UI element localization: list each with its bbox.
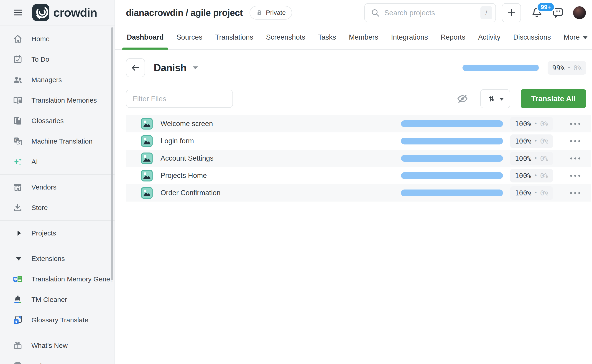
filter-files-input[interactable] xyxy=(126,90,233,108)
sidebar-item-translation-memories[interactable]: Translation Memories xyxy=(0,90,114,110)
lock-icon xyxy=(256,9,263,16)
tab-screenshots[interactable]: Screenshots xyxy=(265,26,306,49)
sidebar-item-label: Managers xyxy=(31,76,62,84)
sidebar-item-tm-cleaner[interactable]: TM Cleaner xyxy=(0,289,114,310)
managers-people-icon xyxy=(13,75,23,85)
sidebar-item-extensions[interactable]: Extensions xyxy=(0,248,114,269)
sidebar-item-managers[interactable]: Managers xyxy=(0,70,114,90)
file-list: Welcome screen 100% • 0% Login form xyxy=(126,115,591,202)
notifications-button[interactable]: 99+ xyxy=(531,7,543,19)
hide-completed-button[interactable] xyxy=(457,93,468,105)
search-box[interactable]: / xyxy=(364,3,496,22)
file-progress-bar xyxy=(401,189,503,196)
caret-down-icon xyxy=(13,254,23,264)
file-context-menu-button[interactable] xyxy=(568,172,582,180)
tab-sources[interactable]: Sources xyxy=(176,26,203,49)
page-title: dianacrowdin / agile project xyxy=(126,8,243,18)
approved-percent: 0% xyxy=(540,189,548,197)
search-input[interactable] xyxy=(384,9,476,17)
language-dropdown-caret-icon[interactable] xyxy=(193,66,198,69)
sidebar-item-machine-translation[interactable]: G Machine Translation xyxy=(0,131,114,151)
file-name[interactable]: Login form xyxy=(160,137,194,145)
file-progress-bar xyxy=(401,172,503,179)
file-name[interactable]: Welcome screen xyxy=(160,120,213,128)
sidebar-item-whats-new[interactable]: What's New xyxy=(0,335,114,356)
sidebar-item-tm-generator[interactable]: Translation Memory Gene... xyxy=(0,269,114,289)
storefront-icon xyxy=(13,182,23,192)
file-progress-bar xyxy=(401,155,503,162)
sidebar-item-projects[interactable]: Projects xyxy=(0,223,114,243)
sidebar-item-store[interactable]: Store xyxy=(0,197,114,218)
chevron-down-icon xyxy=(583,36,587,39)
privacy-badge[interactable]: Private xyxy=(250,6,292,20)
sidebar-scrollbar[interactable] xyxy=(111,27,113,280)
separator-dot: • xyxy=(534,138,537,144)
tab-tasks[interactable]: Tasks xyxy=(317,26,337,49)
arrow-left-icon xyxy=(130,63,140,73)
gift-icon xyxy=(13,341,23,351)
home-icon xyxy=(13,34,23,44)
image-file-icon xyxy=(141,135,153,147)
sidebar-item-glossary-translate[interactable]: Glossary Translate xyxy=(0,310,114,330)
sidebar-item-label: Glossary Translate xyxy=(31,316,88,324)
sidebar-item-help-support[interactable]: ? Help & Support xyxy=(0,356,114,364)
file-progress-bar xyxy=(401,138,503,144)
hamburger-menu-icon[interactable] xyxy=(13,7,23,18)
file-context-menu-button[interactable] xyxy=(568,154,582,163)
sidebar-item-label: AI xyxy=(31,158,38,166)
plus-icon xyxy=(506,8,516,18)
sidebar-item-vendors[interactable]: Vendors xyxy=(0,177,114,197)
file-context-menu-button[interactable] xyxy=(568,120,582,128)
file-progress-badge: 100% • 0% xyxy=(510,169,553,182)
file-name[interactable]: Order Confirmation xyxy=(160,189,221,197)
user-avatar[interactable] xyxy=(573,6,586,19)
file-row[interactable]: Login form 100% • 0% xyxy=(126,132,591,150)
file-context-menu-button[interactable] xyxy=(568,189,582,197)
tab-reports[interactable]: Reports xyxy=(440,26,466,49)
crowdin-logo-icon xyxy=(32,4,50,21)
approved-percent: 0% xyxy=(540,172,548,180)
sidebar-item-glossaries[interactable]: Glossaries xyxy=(0,110,114,131)
sort-caret-icon xyxy=(499,98,504,101)
file-context-menu-button[interactable] xyxy=(568,137,582,145)
sort-button[interactable] xyxy=(480,89,510,108)
tab-discussions[interactable]: Discussions xyxy=(512,26,552,49)
sidebar-item-ai[interactable]: AI xyxy=(0,151,114,172)
sidebar-item-todo[interactable]: To Do xyxy=(0,49,114,70)
ai-sparkles-icon xyxy=(13,157,23,167)
translated-percent: 100% xyxy=(515,172,531,180)
translate-all-button[interactable]: Translate All xyxy=(521,89,586,108)
download-store-icon xyxy=(13,203,23,213)
tab-members[interactable]: Members xyxy=(348,26,379,49)
file-row[interactable]: Account Settings 100% • 0% xyxy=(126,150,591,167)
tab-integrations[interactable]: Integrations xyxy=(390,26,429,49)
tab-dashboard[interactable]: Dashboard xyxy=(126,26,165,49)
file-name[interactable]: Account Settings xyxy=(160,154,213,162)
tab-more[interactable]: More xyxy=(563,26,588,49)
file-name[interactable]: Projects Home xyxy=(160,172,207,180)
open-book-icon xyxy=(13,95,23,105)
file-row[interactable]: Order Confirmation 100% • 0% xyxy=(126,184,591,202)
create-project-button[interactable] xyxy=(502,3,521,22)
tab-activity[interactable]: Activity xyxy=(477,26,501,49)
language-progress-bar xyxy=(462,65,539,71)
translated-percent: 99% xyxy=(552,64,565,72)
file-row[interactable]: Projects Home 100% • 0% xyxy=(126,167,591,184)
separator-dot: • xyxy=(534,155,537,162)
file-row[interactable]: Welcome screen 100% • 0% xyxy=(126,115,591,132)
sidebar-item-label: To Do xyxy=(31,56,49,63)
language-header-row: Danish 99% • 0% xyxy=(115,50,592,77)
tab-more-label: More xyxy=(564,33,580,41)
tab-translations[interactable]: Translations xyxy=(214,26,254,49)
sidebar-item-label: Vendors xyxy=(31,183,56,191)
crowdin-wordmark: crowdin xyxy=(53,6,97,19)
file-progress-badge: 100% • 0% xyxy=(510,152,553,165)
back-button[interactable] xyxy=(126,58,145,77)
glossaries-books-icon xyxy=(13,116,23,126)
sidebar-item-home[interactable]: Home xyxy=(0,29,114,49)
crowdin-app: crowdin Home To Do Managers xyxy=(0,0,592,364)
glossary-translate-icon xyxy=(13,315,23,325)
translated-percent: 100% xyxy=(515,189,531,197)
sidebar-section-label: Extensions xyxy=(31,255,65,263)
crowdin-logo[interactable]: crowdin xyxy=(32,4,97,21)
